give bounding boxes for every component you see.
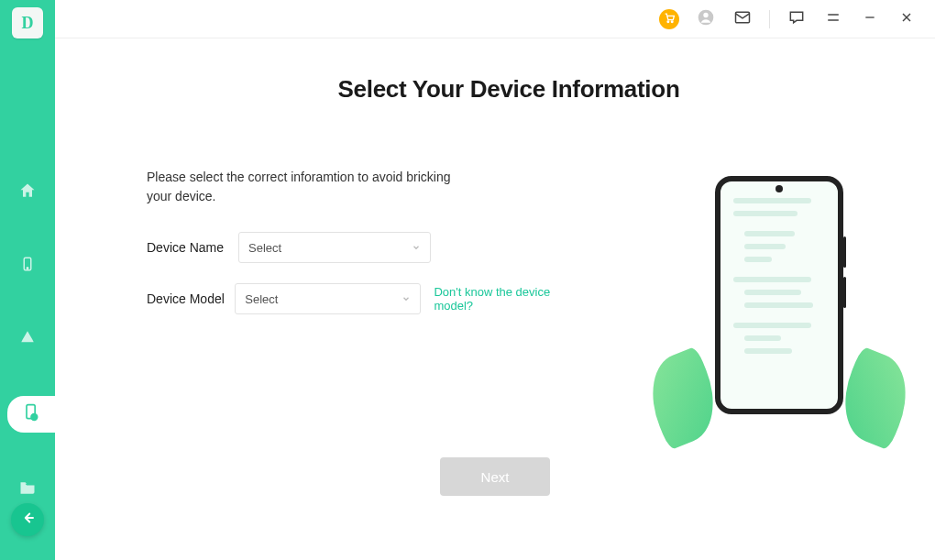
repair-phone-icon: ! (22, 403, 40, 425)
arrow-left-icon (19, 510, 36, 530)
device-name-value: Select (248, 241, 281, 255)
device-model-value: Select (245, 292, 278, 306)
cart-button[interactable] (659, 9, 679, 29)
svg-point-1 (27, 268, 28, 269)
app-logo: D (12, 7, 43, 38)
device-name-label: Device Name (147, 240, 238, 255)
menu-icon (825, 9, 842, 29)
model-hint-link[interactable]: Don't know the device model? (434, 285, 587, 313)
mail-icon (733, 8, 752, 30)
close-button[interactable] (896, 9, 917, 29)
chevron-down-icon (412, 241, 421, 255)
svg-point-6 (671, 21, 673, 23)
drive-icon (19, 329, 36, 349)
svg-text:!: ! (34, 414, 35, 420)
back-button[interactable] (11, 503, 44, 536)
cart-icon (664, 11, 676, 27)
next-button[interactable]: Next (440, 457, 550, 496)
minimize-icon (863, 10, 877, 28)
chat-icon (787, 8, 806, 30)
device-model-select[interactable]: Select (235, 283, 421, 314)
account-button[interactable] (696, 9, 716, 29)
close-icon (899, 10, 914, 28)
sidebar-item-cloud[interactable] (0, 323, 55, 356)
feedback-button[interactable] (786, 9, 807, 29)
sidebar-item-device[interactable] (0, 249, 55, 282)
sidebar-item-files[interactable] (0, 473, 55, 506)
titlebar-separator (769, 10, 770, 28)
chevron-down-icon (402, 292, 411, 306)
phone-illustration (678, 176, 880, 451)
sidebar-item-home[interactable] (0, 176, 55, 209)
menu-button[interactable] (823, 9, 843, 29)
helper-text: Please select the correct inforamtion to… (147, 168, 458, 206)
svg-point-8 (703, 12, 708, 16)
device-name-select[interactable]: Select (238, 232, 431, 263)
svg-point-5 (667, 21, 669, 23)
home-icon (18, 181, 37, 203)
phone-icon (19, 256, 36, 276)
device-model-label: Device Model (147, 291, 235, 306)
folder-icon (18, 478, 37, 500)
mail-button[interactable] (732, 9, 753, 29)
user-icon (697, 8, 715, 30)
sidebar-item-repair[interactable]: ! (7, 396, 55, 433)
page-title: Select Your Device Information (147, 75, 871, 104)
minimize-button[interactable] (860, 9, 880, 29)
